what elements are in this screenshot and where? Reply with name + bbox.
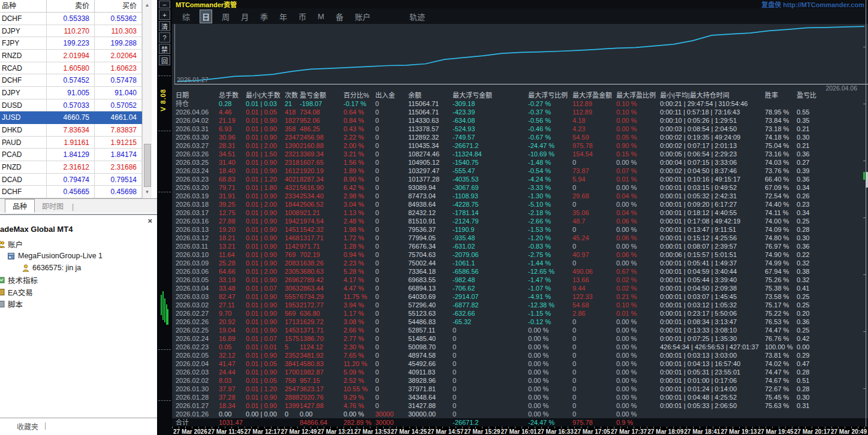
stats-cell: 75.26 % — [765, 276, 797, 284]
stats-row-pos[interactable]: 持仓0.280.01 | 0.0321-198.07-0.17 %0115064… — [172, 99, 868, 108]
stats-row-day[interactable]: 2026.03.1627.880.01 | 0.9019421974.542.4… — [172, 217, 868, 225]
navigator-root-broker[interactable]: adeMax Global MT4 — [0, 225, 73, 234]
tab-月[interactable]: 月 — [239, 10, 251, 23]
market-row[interactable]: PNZD2.316122.31686 — [0, 161, 142, 174]
market-row[interactable]: DUSD0.570330.57052 — [0, 99, 142, 112]
stats-row-day[interactable]: 2026.03.1839.250.01 | 2.0018442506.523.0… — [172, 200, 868, 209]
stats-row-day[interactable]: 2026.01.2718.340.01 | 0.9013991427.884.7… — [172, 401, 868, 410]
stats-cell: 2026.03.10 — [176, 250, 219, 259]
stats-row-day[interactable]: 2026.02.0441.470.01 | 0.0538414580.8311.… — [172, 360, 868, 368]
stats-row-day[interactable]: 2026.03.0227.110.01 | 0.9019532172.773.9… — [172, 301, 868, 309]
move-button[interactable]: + — [159, 10, 170, 20]
market-row[interactable]: DJPY91.00591.040 — [0, 87, 142, 99]
stats-row-day[interactable]: 2026.03.0664.660.01 | 2.0023053680.635.2… — [172, 267, 868, 276]
stats-row-flat[interactable]: 2026.01.260.000.00 | 0.0000.000.00 %3000… — [172, 410, 868, 418]
tab-季[interactable]: 季 — [258, 10, 270, 23]
scrollbar-thumb[interactable] — [144, 144, 151, 187]
close-icon[interactable]: × — [147, 218, 152, 224]
stats-row-day[interactable]: 2026.02.230.050.01 | 0.0151124.122.30 %0… — [172, 343, 868, 351]
stats-row-day[interactable]: 2026.03.316.930.01 | 0.90358486.250.43 %… — [172, 125, 868, 133]
stats-row-day[interactable]: 2026.03.1712.750.01 | 0.901008921.211.13… — [172, 209, 868, 217]
stats-row-day[interactable]: 2026.02.2416.890.01 | 0.0715751386.702.7… — [172, 334, 868, 343]
stats-row-day[interactable]: 2026.03.2531.400.01 | 0.9023181607.651.5… — [172, 158, 868, 167]
market-row[interactable]: FJPY199.223199.288 — [0, 37, 142, 50]
market-row[interactable]: PCAD1.841291.84174 — [0, 149, 142, 161]
minimize-button[interactable]: − — [159, 1, 170, 8]
stats-row-day[interactable]: 2026.03.2079.710.01 | 1.8043215616.906.4… — [172, 183, 868, 192]
stats-row-day[interactable]: 2026.02.2519.040.01 | 0.9014531371.712.6… — [172, 326, 868, 334]
stats-row-day[interactable]: 2026.02.2620.920.01 | 0.9017131629.723.0… — [172, 318, 868, 326]
stats-row-day[interactable]: 2026.01.3037.970.01 | 1.2025473623.1710.… — [172, 385, 868, 393]
tab-账户[interactable]: 账户 — [353, 10, 372, 23]
stats-cell: 490.06 — [572, 267, 616, 276]
tab-周[interactable]: 周 — [220, 10, 231, 23]
stats-row-total[interactable]: 合计1031.4784866.64282.89 %30000-26671.2-2… — [172, 418, 868, 427]
stats-row-day[interactable]: 2026.03.3030.960.01 | 0.9023472456.982.2… — [172, 133, 868, 141]
tab-M[interactable]: M — [316, 11, 326, 22]
tab-symbols[interactable]: 品种 — [5, 199, 35, 213]
stats-row-day[interactable]: 2026.02.028.030.01 | 0.05758957.152.52 %… — [172, 376, 868, 385]
market-row[interactable]: DCHF0.553380.55362 — [0, 13, 142, 25]
tab-综[interactable]: 综 — [180, 10, 192, 23]
stats-row-day[interactable]: 2026.03.1931.910.01 | 0.9023342534.402.9… — [172, 192, 868, 200]
stats-cell: 0.00 % — [616, 351, 660, 360]
stats-cell: 0 — [375, 192, 408, 200]
disable-button[interactable]: 禁 — [159, 44, 170, 54]
market-watch-scrollbar[interactable]: ▲ ▼ — [142, 0, 152, 198]
scroll-up-icon[interactable]: ▲ — [143, 2, 152, 8]
stats-row-day[interactable]: 2026.01.2837.280.01 | 0.9028882920.769.2… — [172, 393, 868, 401]
stats-row-day[interactable]: 2026.03.2634.510.01 | 1.5023213369.343.2… — [172, 150, 868, 158]
stats-row-day[interactable]: 2026.03.2728.310.01 | 2.0013902160.882.0… — [172, 141, 868, 150]
scrollbar-thumb[interactable] — [866, 172, 868, 188]
stats-row-day[interactable]: 2026.02.279.700.01 | 0.90569636.801.17 %… — [172, 309, 868, 318]
market-row[interactable]: DJPY110.270110.303 — [0, 25, 142, 38]
stats-row-day[interactable]: 2026.02.0324.440.01 | 0.9017001982.875.0… — [172, 368, 868, 376]
stats-cell: 104905.12 — [408, 158, 453, 167]
stats-row-day[interactable]: 2026.03.1319.200.01 | 0.9014511542.321.9… — [172, 225, 868, 234]
navigator-item-platform[interactable]: MegaFusionGroup-Live 1 — [0, 250, 157, 262]
market-row[interactable]: RNZD2.019942.02064 — [0, 50, 142, 62]
navigator-item-scripts[interactable]: 脚本 — [0, 298, 157, 310]
stats-row-day[interactable]: 2026.03.1218.210.01 | 0.9014681317.711.7… — [172, 234, 868, 242]
navigator-item-indicators[interactable]: 技术指标 — [0, 274, 157, 286]
stats-row-day[interactable]: 2026.04.0221.190.01 | 0.901827952.060.84… — [172, 116, 868, 125]
window-button[interactable]: 回 — [159, 55, 170, 65]
stats-row-day[interactable]: 2026.03.2368.830.01 | 1.2040218287.348.9… — [172, 175, 868, 183]
stats-row-day[interactable]: 2026.03.1011.640.01 | 0.90769702.190.94 … — [172, 250, 868, 259]
stats-row-day[interactable]: 2026.03.0433.480.01 | 0.0730632863.444.4… — [172, 284, 868, 292]
tab-favorites[interactable]: 收藏夹 — [11, 420, 44, 433]
brand-link[interactable]: 复盘侠 http://MTCommander.com — [761, 0, 864, 9]
navigator-item-account[interactable]: 6636575: jin ja — [0, 262, 157, 274]
stats-row-day[interactable]: 2026.03.0925.280.01 | 0.9020831638.262.2… — [172, 259, 868, 267]
market-row[interactable]: DCHF0.574520.57478 — [0, 74, 142, 87]
stats-cell: 0.00 % — [528, 334, 572, 343]
period-separator — [158, 400, 171, 401]
stats-cell: 2026.03.25 — [176, 158, 219, 167]
stats-row-day[interactable]: 2026.03.2418.400.01 | 0.9016121920.191.8… — [172, 167, 868, 175]
scroll-down-icon[interactable]: ▼ — [143, 189, 152, 195]
navigator-item-experts[interactable]: EA交易 — [0, 286, 157, 298]
price-scale-line — [866, 0, 866, 427]
tab-tick-chart[interactable]: 即时图 — [35, 200, 71, 213]
stats-row-day[interactable]: 2026.03.0533.190.01 | 0.9026962789.424.1… — [172, 276, 868, 284]
stats-row-day[interactable]: 2026.04.064.460.01 | 0.05418734.080.64 %… — [172, 108, 868, 116]
market-row[interactable]: PAUD1.911611.91215 — [0, 137, 142, 149]
stats-row-day[interactable]: 2026.02.0532.120.01 | 0.9023523481.927.6… — [172, 351, 868, 360]
help-button[interactable]: ? — [159, 32, 170, 43]
market-row[interactable]: JUSD4660.754661.04 — [0, 111, 142, 124]
tab-日[interactable]: 日 — [200, 10, 212, 23]
tab-币[interactable]: 币 — [297, 10, 308, 23]
market-row[interactable]: DHKD7.836347.83837 — [0, 124, 142, 137]
tab-年[interactable]: 年 — [278, 10, 289, 23]
market-row[interactable]: DCHF0.456650.45698 — [0, 186, 142, 198]
stats-cell: -1.30 % — [528, 192, 572, 200]
stats-cell: 0 — [572, 393, 616, 401]
stats-row-day[interactable]: 2026.03.0382.470.01 | 0.9055576734.2911.… — [172, 292, 868, 301]
clear-button[interactable]: 清 — [159, 21, 170, 31]
market-row[interactable]: RCAD1.605801.60623 — [0, 62, 142, 75]
navigator-item-accounts[interactable]: 账户 — [0, 238, 157, 250]
tab-轨迹[interactable]: 轨迹 — [408, 10, 427, 23]
stats-row-day[interactable]: 2026.03.1113.210.01 | 0.901142971.711.28… — [172, 242, 868, 250]
market-row[interactable]: DCAD0.794740.79514 — [0, 174, 142, 186]
tab-备[interactable]: 备 — [334, 10, 345, 23]
